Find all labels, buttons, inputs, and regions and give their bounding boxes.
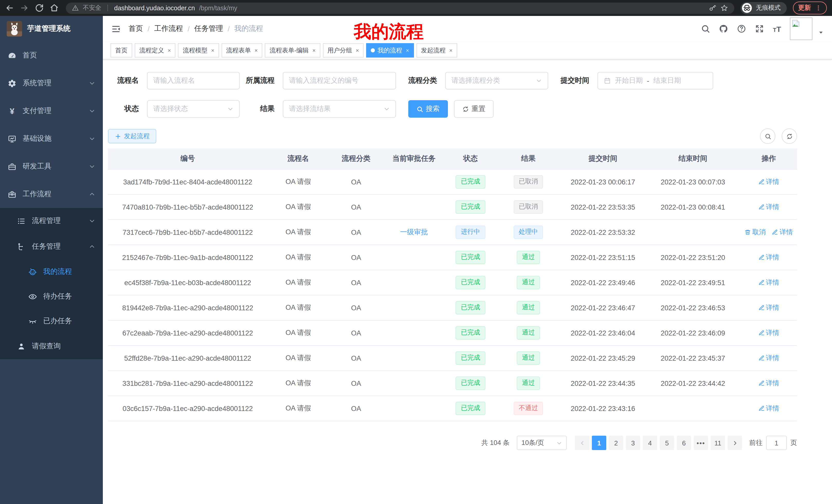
search-icon[interactable] xyxy=(701,24,710,33)
status-badge: 已完成 xyxy=(456,376,486,390)
prev-page-button[interactable] xyxy=(575,436,589,450)
hamburger-icon[interactable] xyxy=(111,24,121,34)
tab-process-form[interactable]: 流程表单× xyxy=(222,43,262,58)
sidebar-item-leave-query[interactable]: 请假查询 xyxy=(0,333,103,359)
cell-process-name: OA 请假 xyxy=(267,371,329,396)
show-search-button[interactable] xyxy=(760,129,775,144)
sidebar-item-infrastructure[interactable]: 基础设施 xyxy=(0,125,103,152)
help-icon[interactable] xyxy=(737,24,746,33)
cell-process-category: OA xyxy=(329,169,383,194)
tab-start-process[interactable]: 发起流程× xyxy=(416,43,457,58)
detail-action-link[interactable]: 详情 xyxy=(758,253,779,262)
close-icon[interactable]: × xyxy=(211,47,214,53)
page-button-2[interactable]: 2 xyxy=(609,436,623,450)
caret-down-icon[interactable] xyxy=(818,30,824,35)
detail-action-link[interactable]: 详情 xyxy=(758,404,779,413)
github-icon[interactable] xyxy=(719,24,728,33)
table-row: 67c2eaab-7b9a-11ec-a290-acde48001122OA 请… xyxy=(108,320,797,345)
filter-status-label: 状态 xyxy=(108,104,139,114)
bookmark-star-icon[interactable] xyxy=(721,4,728,12)
sidebar-item-todo-tasks[interactable]: 待办任务 xyxy=(0,284,103,309)
process-name-input[interactable]: 请输入流程名 xyxy=(147,72,240,89)
back-icon[interactable] xyxy=(5,4,14,12)
breadcrumb-workflow[interactable]: 工作流程 xyxy=(154,24,183,33)
start-date-placeholder[interactable]: 开始日期 xyxy=(615,76,643,85)
detail-action-link[interactable]: 详情 xyxy=(758,354,779,363)
breadcrumb: 首页 / 工作流程 / 任务管理 / 我的流程 xyxy=(129,24,263,33)
page-button-6[interactable]: 6 xyxy=(677,436,691,450)
refresh-table-button[interactable] xyxy=(782,129,797,144)
tab-process-definition[interactable]: 流程定义× xyxy=(135,43,176,58)
browser-menu-icon[interactable] xyxy=(815,5,822,11)
page-button-11[interactable]: 11 xyxy=(711,436,725,450)
table-row: 3ad174fb-7b9d-11ec-8404-acde48001122OA 请… xyxy=(108,169,797,194)
update-button[interactable]: 更新 xyxy=(793,2,827,15)
page-button-1[interactable]: 1 xyxy=(592,436,606,450)
process-definition-input[interactable]: 请输入流程定义的编号 xyxy=(283,72,396,89)
tab-my-process[interactable]: 我的流程× xyxy=(366,43,414,58)
detail-action-link[interactable]: 详情 xyxy=(758,202,779,212)
goto-page-input[interactable]: 1 xyxy=(766,436,787,450)
create-process-button[interactable]: 发起流程 xyxy=(108,129,156,143)
font-size-icon[interactable]: TT xyxy=(773,24,781,33)
app-logo[interactable]: 芋道管理系统 xyxy=(0,16,103,41)
current-task-link[interactable]: 一级审批 xyxy=(400,228,428,236)
close-icon[interactable]: × xyxy=(449,47,452,53)
close-icon[interactable]: × xyxy=(255,47,258,53)
cancel-action-link[interactable]: 取消 xyxy=(745,228,766,237)
detail-action-link[interactable]: 详情 xyxy=(758,379,779,388)
next-page-button[interactable] xyxy=(728,436,742,450)
close-icon[interactable]: × xyxy=(312,47,316,53)
sidebar-item-payment[interactable]: ¥ 支付管理 xyxy=(0,97,103,125)
detail-action-link[interactable]: 详情 xyxy=(772,228,793,237)
end-date-placeholder[interactable]: 结束日期 xyxy=(653,76,681,85)
sidebar-item-task-management[interactable]: 任务管理 xyxy=(0,234,103,259)
tab-process-model[interactable]: 流程模型× xyxy=(178,43,219,58)
plus-icon xyxy=(115,133,121,139)
tab-process-form-edit[interactable]: 流程表单-编辑× xyxy=(265,43,320,58)
breadcrumb-home[interactable]: 首页 xyxy=(129,24,143,33)
cell-process-category: OA xyxy=(329,194,383,220)
search-button[interactable]: 搜索 xyxy=(408,100,448,118)
goto-label: 前往 xyxy=(749,438,762,447)
security-label[interactable]: 不安全 xyxy=(83,4,101,12)
close-icon[interactable]: × xyxy=(406,47,409,53)
tab-home[interactable]: 首页 xyxy=(110,43,132,58)
key-icon[interactable] xyxy=(709,4,716,12)
detail-action-link[interactable]: 详情 xyxy=(758,328,779,338)
close-icon[interactable]: × xyxy=(167,47,171,53)
close-icon[interactable]: × xyxy=(356,47,359,53)
forward-icon[interactable] xyxy=(20,4,29,12)
detail-action-link[interactable]: 详情 xyxy=(758,303,779,312)
tab-user-group[interactable]: 用户分组× xyxy=(323,43,364,58)
table-header-row: 编号 流程名 流程分类 当前审批任务 状态 结果 提交时间 结束时间 操作 xyxy=(108,148,797,169)
chevron-up-icon xyxy=(89,244,95,250)
reset-button[interactable]: 重置 xyxy=(454,100,494,118)
sidebar-item-process-management[interactable]: 流程管理 xyxy=(0,208,103,234)
page-button-5[interactable]: 5 xyxy=(660,436,674,450)
result-badge: 处理中 xyxy=(514,226,543,239)
reload-icon[interactable] xyxy=(35,4,44,12)
address-bar[interactable]: 不安全 dashboard.yudao.iocoder.cn/bpm/task/… xyxy=(66,2,734,13)
category-select[interactable]: 请选择流程分类 xyxy=(445,72,548,89)
sidebar-item-devtools[interactable]: 研发工具 xyxy=(0,152,103,180)
sidebar-item-home[interactable]: 首页 xyxy=(0,41,103,69)
top-navbar: 首页 / 工作流程 / 任务管理 / 我的流程 xyxy=(103,16,832,41)
home-icon[interactable] xyxy=(50,4,59,12)
sidebar-item-system[interactable]: 系统管理 xyxy=(0,69,103,97)
detail-action-link[interactable]: 详情 xyxy=(758,177,779,187)
sidebar-item-workflow[interactable]: 工作流程 xyxy=(0,180,103,208)
result-select[interactable]: 请选择流结果 xyxy=(283,100,396,118)
more-pages-button[interactable]: ••• xyxy=(694,436,708,450)
breadcrumb-task-management[interactable]: 任务管理 xyxy=(194,24,223,33)
page-size-select[interactable]: 10条/页 xyxy=(517,436,567,450)
fullscreen-icon[interactable] xyxy=(755,24,764,33)
status-select[interactable]: 请选择状态 xyxy=(147,100,240,118)
avatar[interactable] xyxy=(790,18,812,40)
sidebar-item-done-tasks[interactable]: 已办任务 xyxy=(0,309,103,333)
detail-action-link[interactable]: 详情 xyxy=(758,278,779,287)
submit-time-range[interactable]: 开始日期 - 结束日期 xyxy=(598,72,713,89)
page-button-4[interactable]: 4 xyxy=(643,436,657,450)
page-button-3[interactable]: 3 xyxy=(626,436,640,450)
sidebar-item-my-process[interactable]: 我的流程 xyxy=(0,259,103,284)
